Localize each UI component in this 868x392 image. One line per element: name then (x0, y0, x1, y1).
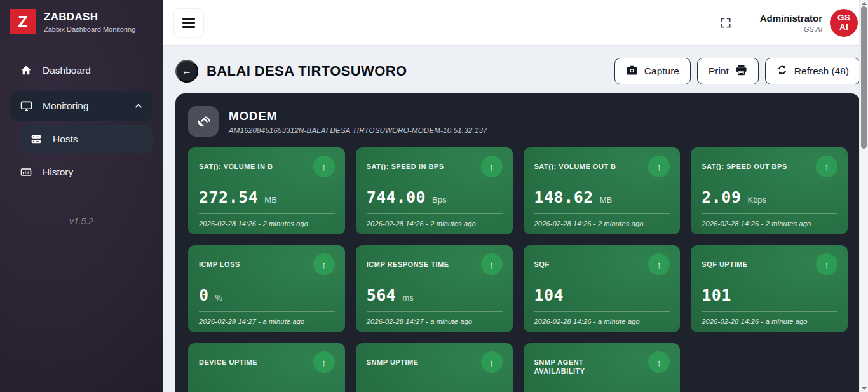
sidebar-item-dashboard[interactable]: Dashboard (10, 57, 153, 84)
avatar[interactable]: GS AI (830, 9, 858, 37)
metric-grid: SAT(): VOLUME IN B ↑ 272.54 MB 2026-02-2… (188, 147, 848, 392)
metric-label: SQF UPTIME (702, 260, 747, 269)
metric-value: 0 (199, 286, 209, 304)
user-name: Administrator (760, 13, 822, 24)
metric-timestamp: 2026-02-28 14:26 - a minute ago (534, 318, 670, 325)
app-subtitle: Zabbix Dashboard Monitoring (44, 25, 135, 33)
sidebar-toggle-button[interactable] (173, 8, 204, 37)
trend-up-icon: ↑ (648, 351, 670, 373)
page-title-row: ← BALAI DESA TIRTOSUWORO Capture (175, 57, 860, 85)
metric-label: SAT(): VOLUME OUT B (534, 162, 616, 171)
metric-card: SAT(): VOLUME IN B ↑ 272.54 MB 2026-02-2… (188, 147, 345, 234)
card-divider (199, 311, 335, 312)
trend-up-icon: ↑ (648, 156, 670, 177)
metric-timestamp: 2026-02-28 14:26 - 2 minutes ago (702, 220, 837, 227)
user-info: Administrator GS AI (760, 13, 822, 33)
card-divider (367, 213, 503, 214)
fullscreen-icon[interactable] (719, 17, 732, 29)
card-divider (702, 311, 837, 312)
metric-label: SNMP UPTIME (367, 358, 419, 367)
metric-card: DEVICE UPTIME ↑ (188, 343, 345, 392)
arrow-left-icon: ← (182, 65, 192, 77)
metric-label: SAT(): SPEED IN BPS (367, 162, 444, 171)
metric-card: SQF UPTIME ↑ 101 2026-02-28 14:26 - a mi… (691, 245, 848, 332)
metric-label: ICMP LOSS (199, 260, 240, 269)
modem-panel-header: MODEM AM16208451653312N-BALAI DESA TIRTO… (188, 106, 848, 137)
scroll-up-arrow-icon[interactable] (862, 2, 867, 5)
card-divider (702, 213, 837, 214)
trend-up-icon: ↑ (481, 156, 503, 177)
metric-value: 101 (702, 286, 731, 304)
trend-up-icon: ↑ (313, 351, 335, 373)
metric-value: 272.54 (199, 188, 258, 206)
sidebar-item-history[interactable]: History (10, 159, 153, 186)
metric-unit: Bps (432, 195, 446, 205)
metric-card: ICMP LOSS ↑ 0 % 2026-02-28 14:27 - a min… (188, 245, 345, 332)
app-logo: Z (10, 9, 36, 34)
print-button[interactable]: Print (697, 58, 759, 84)
metric-timestamp: 2026-02-28 14:26 - 2 minutes ago (199, 220, 335, 227)
card-divider (367, 311, 503, 312)
metric-value: 2.09 (702, 188, 741, 206)
scroll-down-arrow-icon[interactable] (862, 387, 867, 390)
page-title: BALAI DESA TIRTOSUWORO (207, 63, 407, 79)
metric-card: SQF ↑ 104 2026-02-28 14:26 - a minute ag… (524, 245, 681, 332)
vertical-scrollbar[interactable] (859, 0, 868, 392)
trend-up-icon: ↑ (816, 253, 837, 275)
sidebar-item-label: Hosts (53, 133, 78, 145)
brand: Z ZABDASH Zabbix Dashboard Monitoring (0, 0, 163, 41)
home-icon (19, 64, 33, 77)
sidebar-item-label: Dashboard (43, 65, 91, 76)
metric-label: SQF (534, 260, 550, 269)
refresh-button[interactable]: Refresh (48) (765, 58, 860, 84)
metric-label: ICMP RESPONSE TIME (367, 260, 449, 269)
metric-value: 744.00 (367, 188, 426, 206)
card-divider (367, 391, 503, 391)
metric-timestamp: 2026-02-28 14:27 - a minute ago (199, 318, 335, 325)
metric-timestamp: 2026-02-28 14:26 - 2 minutes ago (534, 220, 670, 227)
user-role: GS AI (760, 25, 822, 33)
metric-label: SAT(): SPEED OUT BPS (702, 162, 787, 171)
camera-icon (626, 65, 638, 78)
panel-title: MODEM (229, 109, 487, 123)
metric-card: SNMP UPTIME ↑ (356, 343, 513, 392)
metric-card: SAT(): SPEED IN BPS ↑ 744.00 Bps 2026-02… (356, 147, 513, 234)
trend-up-icon: ↑ (481, 351, 503, 373)
metric-timestamp: 2026-02-28 14:27 - a minute ago (367, 318, 503, 325)
sidebar-item-label: Monitoring (43, 100, 88, 112)
main-area: Administrator GS AI GS AI ← BALAI DESA T… (163, 0, 868, 392)
capture-button[interactable]: Capture (614, 58, 691, 84)
sidebar-item-monitoring[interactable]: Monitoring (10, 91, 153, 121)
trend-up-icon: ↑ (816, 156, 837, 177)
app-window: Z ZABDASH Zabbix Dashboard Monitoring Da… (0, 0, 868, 392)
hamburger-icon (182, 18, 195, 20)
metric-unit: Kbps (747, 195, 766, 205)
metric-card: SAT(): SPEED OUT BPS ↑ 2.09 Kbps 2026-02… (691, 147, 848, 234)
metric-unit: % (215, 293, 223, 302)
trend-up-icon: ↑ (481, 253, 503, 275)
metric-value: 104 (534, 286, 564, 304)
satellite-dish-icon (188, 106, 219, 137)
card-divider (199, 391, 335, 391)
metric-label: SNMP AGENT AVAILABILITY (534, 358, 633, 376)
back-button[interactable]: ← (175, 60, 198, 83)
server-icon (29, 133, 43, 145)
trend-up-icon: ↑ (648, 253, 670, 275)
metric-unit: MB (600, 195, 613, 205)
card-divider (534, 311, 670, 312)
panel-subtitle: AM16208451653312N-BALAI DESA TIRTOSUWORO… (229, 126, 487, 134)
refresh-icon (776, 64, 788, 78)
scrollbar-thumb[interactable] (861, 6, 867, 149)
sidebar-item-hosts[interactable]: Hosts (20, 125, 153, 153)
metric-value: 148.62 (534, 188, 593, 206)
history-chart-icon (19, 166, 33, 179)
metric-card: SNMP AGENT AVAILABILITY ↑ (524, 343, 681, 392)
metric-timestamp: 2026-02-28 14:26 - 2 minutes ago (367, 220, 503, 227)
sidebar-nav: Dashboard Monitoring (0, 57, 163, 186)
trend-up-icon: ↑ (313, 253, 335, 275)
monitor-icon (19, 100, 33, 112)
sidebar: Z ZABDASH Zabbix Dashboard Monitoring Da… (0, 0, 163, 392)
metric-timestamp: 2026-02-28 14:26 - a minute ago (702, 318, 837, 325)
action-buttons: Capture Print (614, 58, 860, 84)
user-area: Administrator GS AI GS AI (719, 9, 858, 37)
